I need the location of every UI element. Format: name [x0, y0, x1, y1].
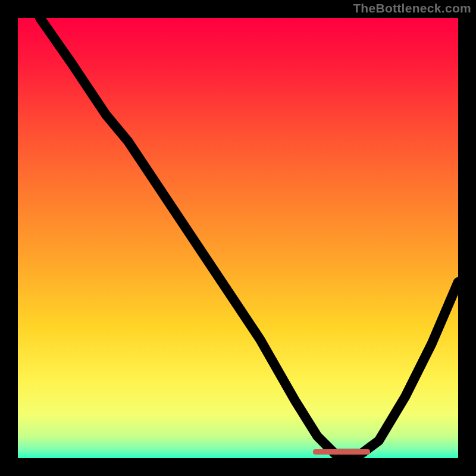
chart-container: TheBottleneck.com [0, 0, 476, 476]
plot-area [18, 18, 458, 458]
optimal-marker [313, 449, 370, 455]
watermark-text: TheBottleneck.com [353, 1, 471, 15]
bottleneck-curve [18, 18, 458, 458]
